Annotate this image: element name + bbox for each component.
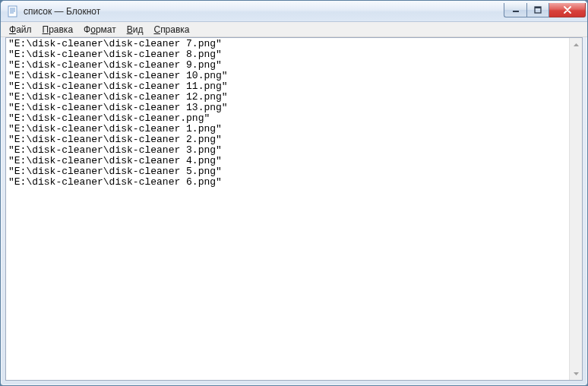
- menu-view[interactable]: Вид: [122, 23, 149, 36]
- app-window: список — Блокнот Файл Правка Формат Вид …: [0, 0, 588, 386]
- client-area: "E:\disk-cleaner\disk-cleaner 7.png" "E:…: [5, 37, 583, 381]
- menu-file[interactable]: Файл: [4, 23, 37, 36]
- maximize-button[interactable]: [526, 3, 549, 17]
- title-bar[interactable]: список — Блокнот: [1, 1, 587, 22]
- menu-edit[interactable]: Правка: [37, 23, 79, 36]
- scroll-up-arrow-icon[interactable]: [570, 38, 583, 51]
- close-button[interactable]: [549, 3, 586, 17]
- vertical-scrollbar[interactable]: [569, 38, 582, 380]
- scroll-down-arrow-icon[interactable]: [570, 367, 583, 380]
- menu-format[interactable]: Формат: [78, 23, 122, 36]
- svg-rect-7: [535, 7, 541, 8]
- menu-help[interactable]: Справка: [148, 23, 194, 36]
- minimize-button[interactable]: [504, 3, 526, 17]
- window-controls: [504, 3, 586, 17]
- menu-bar: Файл Правка Формат Вид Справка: [1, 22, 587, 37]
- window-title: список — Блокнот: [24, 6, 504, 17]
- notepad-icon: [7, 5, 19, 17]
- svg-rect-5: [513, 11, 519, 12]
- text-editor[interactable]: "E:\disk-cleaner\disk-cleaner 7.png" "E:…: [6, 38, 569, 380]
